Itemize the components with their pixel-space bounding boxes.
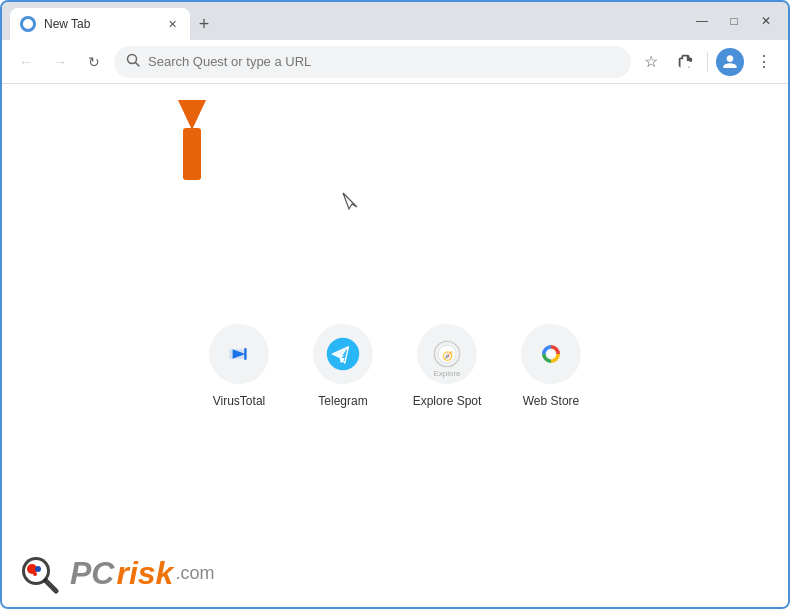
shortcut-webstore[interactable]: Web Store (511, 324, 591, 408)
profile-button[interactable] (716, 48, 744, 76)
maximize-button[interactable]: □ (720, 7, 748, 35)
bookmark-button[interactable]: ☆ (637, 48, 665, 76)
forward-button[interactable]: → (46, 48, 74, 76)
reload-button[interactable]: ↻ (80, 48, 108, 76)
close-button[interactable]: ✕ (752, 7, 780, 35)
virustotal-icon (209, 324, 269, 384)
shortcut-virustotal[interactable]: VirusTotal (199, 324, 279, 408)
back-button[interactable]: ← (12, 48, 40, 76)
pcrisk-logo: PCrisk.com (70, 555, 214, 592)
explorespot-label: Explore Spot (413, 394, 482, 408)
svg-text:🧭: 🧭 (442, 349, 454, 361)
pcrisk-pc-text: PC (70, 555, 114, 592)
telegram-label: Telegram (318, 394, 367, 408)
page-content: VirusTotal Telegram (2, 84, 788, 607)
menu-button[interactable]: ⋮ (750, 48, 778, 76)
webstore-label: Web Store (523, 394, 579, 408)
minimize-button[interactable]: — (688, 7, 716, 35)
shortcut-telegram[interactable]: Telegram (303, 324, 383, 408)
tab-area: New Tab ✕ + (10, 2, 674, 40)
window-controls: — □ ✕ (688, 7, 780, 35)
webstore-icon (521, 324, 581, 384)
svg-line-1 (136, 63, 140, 67)
virustotal-label: VirusTotal (213, 394, 265, 408)
tab-favicon (20, 16, 36, 32)
tab-close-button[interactable]: ✕ (164, 16, 180, 32)
title-bar: New Tab ✕ + — □ ✕ (2, 2, 788, 40)
toolbar-divider (707, 52, 708, 72)
svg-line-20 (46, 581, 56, 591)
active-tab[interactable]: New Tab ✕ (10, 8, 190, 40)
address-input[interactable] (148, 54, 619, 69)
tab-title: New Tab (44, 17, 90, 31)
svg-rect-3 (183, 128, 201, 180)
svg-point-19 (33, 572, 37, 576)
new-tab-button[interactable]: + (190, 10, 218, 38)
address-bar[interactable] (114, 46, 631, 78)
extensions-button[interactable] (671, 48, 699, 76)
explorespot-icon: 🧭 Explore (417, 324, 477, 384)
pcrisk-com-text: .com (175, 563, 214, 584)
svg-point-18 (35, 566, 41, 572)
shortcuts-grid: VirusTotal Telegram (199, 324, 591, 408)
watermark: PCrisk.com (18, 549, 214, 597)
toolbar: ← → ↻ ☆ ⋮ (2, 40, 788, 84)
browser-window: New Tab ✕ + — □ ✕ ← → ↻ ☆ (0, 0, 790, 609)
pcrisk-risk-text: risk (116, 555, 173, 592)
svg-point-14 (547, 350, 554, 357)
telegram-icon (313, 324, 373, 384)
orange-arrow-annotation (150, 100, 235, 194)
shortcut-explorespot[interactable]: 🧭 Explore Explore Spot (407, 324, 487, 408)
search-icon (126, 53, 140, 70)
magnifier-icon (18, 549, 66, 597)
cursor-indicator (342, 192, 360, 219)
svg-marker-2 (178, 100, 206, 130)
